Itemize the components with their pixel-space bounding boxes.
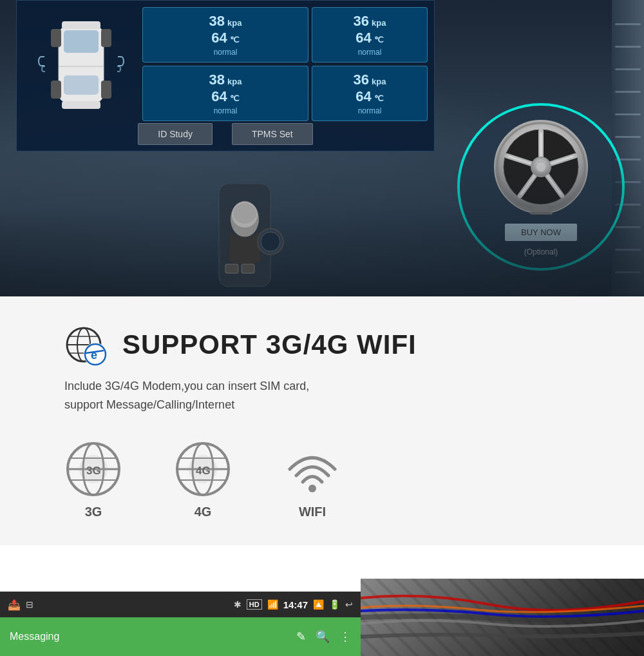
- wifi-icon-4g: 4G 4G: [174, 440, 232, 519]
- svg-rect-2: [64, 75, 99, 95]
- fl-celsius: 64: [211, 30, 227, 46]
- fr-kpa: 36: [354, 13, 369, 30]
- rl-status: normal: [214, 106, 238, 115]
- signal-bars: 📶: [267, 599, 278, 610]
- fr-celsius: 64: [355, 30, 371, 46]
- wifi-section: e SUPPORT 3G/4G WIFI Include 3G/4G Modem…: [0, 296, 644, 545]
- up-arrow-icon: 🔼: [313, 599, 324, 610]
- fl-status: normal: [214, 48, 238, 57]
- svg-rect-8: [62, 21, 100, 29]
- wifi-icons-row: 3G 3G 4G 4G: [64, 440, 341, 519]
- wifi-title: SUPPORT 3G/4G WIFI: [122, 329, 417, 360]
- usb-icon: ⊟: [26, 599, 33, 610]
- svg-rect-1: [64, 30, 99, 53]
- wifi-label: WIFI: [299, 505, 326, 519]
- wifi-icon-wifi: WIFI: [283, 440, 341, 519]
- svg-rect-3: [51, 29, 61, 47]
- tire-rear-right: 36 kpa 64 ℃ normal: [312, 66, 428, 121]
- svg-text:4G: 4G: [196, 465, 211, 477]
- id-study-button[interactable]: ID Study: [138, 123, 213, 145]
- hd-badge: HD: [247, 599, 262, 610]
- fl-celsius-unit: ℃: [230, 35, 240, 44]
- car-top-view-container: [23, 7, 139, 121]
- tpms-panel: 38 kpa 64 ℃ normal: [16, 0, 435, 151]
- svg-point-30: [233, 203, 256, 224]
- svg-point-58: [308, 485, 316, 492]
- svg-point-34: [261, 232, 280, 251]
- messaging-action-icons: ✎ 🔍 ⋮: [296, 630, 351, 644]
- svg-rect-5: [51, 81, 61, 99]
- svg-rect-6: [101, 81, 111, 99]
- tpms-buttons-row: ID Study TPMS Set: [17, 117, 434, 151]
- status-bar: 📤 ⊟ ✱ HD 📶 14:47 🔼 🔋 ↩: [0, 592, 361, 617]
- cable-overlay: [361, 579, 644, 656]
- notification-icon: 📤: [8, 599, 21, 611]
- tire-rear-left: 38 kpa 64 ℃ normal: [142, 66, 308, 121]
- tpms-grid: 38 kpa 64 ℃ normal: [17, 1, 434, 117]
- rr-kpa: 36: [354, 72, 369, 88]
- svg-rect-32: [242, 264, 254, 273]
- rl-celsius-unit: ℃: [230, 93, 240, 103]
- rr-celsius: 64: [355, 88, 371, 105]
- rl-kpa: 38: [209, 72, 225, 88]
- dashboard-bg: [0, 148, 644, 296]
- svg-rect-9: [62, 101, 100, 109]
- tire-front-left: 38 kpa 64 ℃ normal: [142, 7, 308, 63]
- bluetooth-icon: ✱: [234, 599, 242, 610]
- tpms-set-button[interactable]: TPMS Set: [232, 123, 313, 145]
- 3g-label: 3G: [85, 505, 102, 519]
- globe-ie-icon: e: [64, 322, 109, 367]
- 4g-label: 4G: [194, 505, 212, 519]
- cable-section: [361, 579, 644, 656]
- fr-kpa-unit: kpa: [372, 18, 386, 28]
- search-icon[interactable]: 🔍: [316, 630, 330, 644]
- rr-status: normal: [358, 106, 382, 115]
- car-section: 38 kpa 64 ℃ normal: [0, 0, 644, 296]
- messaging-label: Messaging: [10, 631, 59, 642]
- svg-rect-31: [225, 264, 238, 273]
- wifi-description: Include 3G/4G Modem,you can insert SIM c…: [64, 377, 309, 414]
- wifi-icon-3g: 3G 3G: [64, 440, 122, 519]
- rl-kpa-unit: kpa: [227, 77, 242, 86]
- more-options-icon[interactable]: ⋮: [339, 630, 351, 644]
- battery-icon: 🔋: [329, 599, 340, 610]
- status-time: 14:47: [283, 599, 308, 610]
- messaging-bar[interactable]: Messaging ✎ 🔍 ⋮: [0, 617, 361, 656]
- rr-celsius-unit: ℃: [374, 93, 384, 103]
- fr-celsius-unit: ℃: [374, 35, 384, 44]
- car-top-view-svg: [46, 10, 117, 119]
- compose-icon[interactable]: ✎: [296, 630, 306, 644]
- fr-status: normal: [358, 48, 382, 57]
- wifi-header: e SUPPORT 3G/4G WIFI: [64, 322, 417, 367]
- svg-text:e: e: [91, 349, 97, 362]
- svg-rect-4: [101, 29, 111, 47]
- rr-kpa-unit: kpa: [372, 77, 386, 86]
- back-icon: ↩: [345, 599, 353, 610]
- fl-kpa: 38: [209, 13, 225, 30]
- rl-celsius: 64: [211, 88, 227, 105]
- fl-kpa-unit: kpa: [227, 18, 242, 28]
- svg-text:3G: 3G: [86, 465, 101, 477]
- tire-front-right: 36 kpa 64 ℃ normal: [312, 7, 428, 63]
